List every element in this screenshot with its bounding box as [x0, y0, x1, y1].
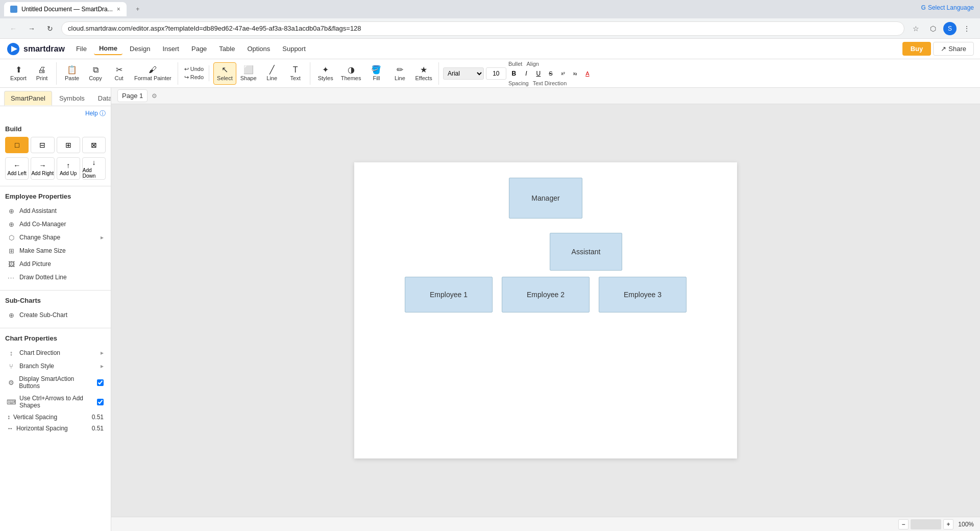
use-ctrl-checkbox[interactable]: [97, 399, 104, 405]
zoom-in-button[interactable]: +: [943, 519, 953, 529]
add-right-btn[interactable]: → Add Right: [31, 157, 54, 180]
left-panel: SmartPanel Symbols Data × Help ⓘ Build □…: [0, 88, 111, 531]
zoom-slider[interactable]: [911, 519, 941, 529]
italic-button[interactable]: I: [521, 68, 532, 79]
paste-button[interactable]: 📋 Paste: [61, 62, 83, 85]
superscript-button[interactable]: x²: [557, 68, 569, 79]
menu-page[interactable]: Page: [186, 43, 212, 55]
add-up-btn[interactable]: ↑ Add Up: [57, 157, 80, 180]
text-button[interactable]: T Text: [284, 62, 307, 85]
horizontal-spacing-label: ↔ Horizontal Spacing: [7, 425, 92, 432]
font-family-select[interactable]: Arial: [443, 67, 484, 80]
vertical-spacing-text: Vertical Spacing: [13, 414, 57, 421]
fill-button[interactable]: 🪣 Fill: [365, 62, 387, 85]
line-button[interactable]: ╱ Line: [261, 62, 283, 85]
create-sub-chart-item[interactable]: ⊕ Create Sub-Chart: [5, 308, 106, 322]
canvas-page: Manager Assistant Employee 1 Employee: [354, 162, 737, 458]
text-dir-label: Text Direction: [533, 80, 567, 86]
redo-label: Redo: [190, 74, 204, 80]
forward-button[interactable]: →: [24, 21, 39, 36]
page-settings-icon[interactable]: ⚙: [152, 92, 157, 100]
subscript-button[interactable]: x₂: [570, 68, 581, 79]
change-shape-item[interactable]: ⬡ Change Shape ▸: [5, 231, 106, 244]
format-painter-button[interactable]: 🖌 Format Painter: [131, 62, 175, 85]
build-box-btn[interactable]: □: [5, 137, 29, 153]
make-same-size-item[interactable]: ⊞ Make Same Size: [5, 244, 106, 257]
zoom-out-button[interactable]: −: [898, 519, 909, 529]
themes-button[interactable]: ◑ Themes: [338, 62, 364, 85]
symbols-tab[interactable]: Symbols: [53, 91, 91, 105]
chart-direction-item[interactable]: ↕ Chart Direction ▸: [5, 346, 106, 359]
font-color-button[interactable]: A: [582, 68, 593, 79]
cut-button[interactable]: ✂ Cut: [108, 62, 130, 85]
add-picture-item[interactable]: 🖼 Add Picture: [5, 257, 106, 271]
address-bar[interactable]: [61, 21, 904, 36]
styles-button[interactable]: ✦ Styles: [314, 62, 337, 85]
underline-button[interactable]: U: [533, 68, 544, 79]
add-down-btn[interactable]: ↓ Add Down: [82, 157, 106, 180]
employee1-node[interactable]: Employee 1: [405, 277, 493, 312]
change-shape-icon: ⬡: [7, 233, 15, 242]
redo-button[interactable]: ↪ Redo: [182, 74, 206, 81]
effects-button[interactable]: ★ Effects: [412, 62, 435, 85]
logo[interactable]: smartdraw: [6, 42, 65, 56]
browser-tab[interactable]: Untitled Document — SmartDra... ×: [4, 2, 127, 16]
add-down-icon: ↓: [92, 158, 95, 166]
bold-button[interactable]: B: [508, 68, 520, 79]
back-button[interactable]: ←: [6, 21, 20, 36]
menu-home[interactable]: Home: [94, 42, 122, 55]
help-link[interactable]: Help: [85, 110, 98, 117]
tab-close-icon[interactable]: ×: [117, 6, 120, 13]
shape-button[interactable]: ⬜ Shape: [237, 62, 260, 85]
menu-support[interactable]: Support: [277, 43, 311, 55]
draw-dotted-label: Draw Dotted Line: [19, 274, 67, 281]
bookmark-icon[interactable]: ☆: [909, 21, 923, 36]
settings-icon[interactable]: ⋮: [960, 21, 974, 36]
user-avatar[interactable]: S: [943, 22, 957, 35]
menu-design[interactable]: Design: [125, 43, 155, 55]
line2-button[interactable]: ✏ Line: [388, 62, 411, 85]
menu-insert[interactable]: Insert: [157, 43, 184, 55]
display-smartaction-checkbox[interactable]: [97, 379, 104, 386]
strikethrough-button[interactable]: S: [545, 68, 556, 79]
font-size-input[interactable]: [486, 67, 506, 80]
page-1-tab[interactable]: Page 1: [117, 89, 148, 102]
shape-icon: ⬜: [243, 66, 254, 74]
build-horizontal-btn[interactable]: ⊟: [31, 137, 54, 153]
add-left-btn[interactable]: ← Add Left: [5, 157, 29, 180]
use-ctrl-item[interactable]: ⌨ Use Ctrl+Arrows to Add Shapes: [5, 392, 106, 412]
buy-button[interactable]: Buy: [902, 42, 932, 56]
copy-button[interactable]: ⧉ Copy: [84, 62, 107, 85]
branch-style-item[interactable]: ⑂ Branch Style ▸: [5, 359, 106, 373]
employee3-node[interactable]: Employee 3: [599, 277, 687, 312]
export-button[interactable]: ⬆ Export: [7, 62, 30, 85]
data-tab[interactable]: Data: [92, 91, 111, 105]
undo-button[interactable]: ↩ Undo: [182, 65, 206, 73]
add-assistant-item[interactable]: ⊕ Add Assistant: [5, 204, 106, 218]
select-button[interactable]: ↖ Select: [213, 62, 236, 85]
manager-node[interactable]: Manager: [509, 178, 582, 219]
line2-icon: ✏: [397, 66, 403, 74]
build-picture-btn[interactable]: ⊞: [57, 137, 80, 153]
print-button[interactable]: 🖨 Print: [31, 62, 53, 85]
draw-dotted-item[interactable]: ··· Draw Dotted Line: [5, 271, 106, 284]
display-smartaction-item[interactable]: ⚙ Display SmartAction Buttons: [5, 373, 106, 392]
reload-button[interactable]: ↻: [43, 21, 57, 36]
build-wide-btn[interactable]: ⊠: [82, 137, 106, 153]
canvas-container[interactable]: Manager Assistant Employee 1 Employee: [111, 104, 980, 517]
assistant-node[interactable]: Assistant: [550, 233, 622, 271]
paste-label: Paste: [65, 75, 79, 81]
add-comanager-item[interactable]: ⊕ Add Co-Manager: [5, 218, 106, 231]
styles-label: Styles: [318, 75, 333, 81]
logo-text: smartdraw: [23, 44, 65, 54]
new-tab-button[interactable]: +: [131, 2, 145, 16]
share-button[interactable]: ↗ Share: [933, 42, 974, 56]
extension-icon[interactable]: ⬡: [926, 21, 940, 36]
menu-file[interactable]: File: [71, 43, 92, 55]
smartpanel-tab[interactable]: SmartPanel: [4, 91, 52, 106]
themes-label: Themes: [341, 75, 361, 81]
employee2-node[interactable]: Employee 2: [502, 277, 590, 312]
menu-options[interactable]: Options: [242, 43, 275, 55]
menu-table[interactable]: Table: [214, 43, 240, 55]
print-icon: 🖨: [38, 66, 46, 74]
